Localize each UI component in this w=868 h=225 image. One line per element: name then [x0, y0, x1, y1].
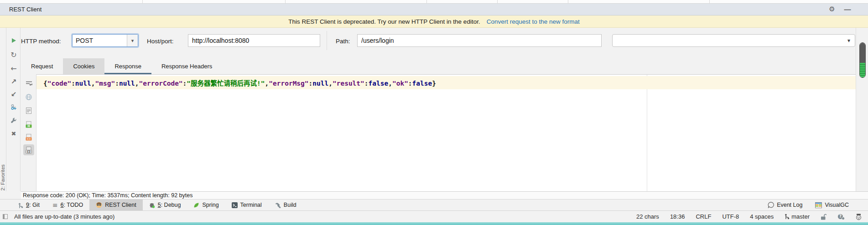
- favorites-rail: 2: Favorites ★: [0, 28, 6, 191]
- top-strip-separator: [497, 0, 498, 4]
- chevron-down-icon[interactable]: ▾: [127, 35, 138, 46]
- tool-window-bar: 9: Git ≡ 6: TODO REST Client 5: Debug Sp…: [0, 199, 868, 210]
- toolwindow-git[interactable]: 9: Git: [12, 199, 46, 210]
- status-message: All files are up-to-date (3 minutes ago): [14, 213, 114, 220]
- top-strip-separator: [285, 0, 286, 4]
- spring-leaf-icon: [193, 202, 199, 208]
- host-port-field-wrap: [188, 34, 320, 47]
- path-field-wrap: [357, 34, 602, 47]
- tab-response[interactable]: Response: [104, 58, 151, 74]
- request-bar-separator: [327, 31, 327, 50]
- response-meta-line: Response code: 200 (OK); Time: 3537ms; C…: [21, 191, 868, 199]
- status-line-ending[interactable]: CRLF: [696, 213, 711, 220]
- refresh-button[interactable]: ↻: [7, 50, 21, 61]
- response-editor[interactable]: {"code":null,"msg":null,"errorCode":"服务器…: [36, 74, 856, 191]
- response-json[interactable]: {"code":null,"msg":null,"errorCode":"服务器…: [43, 78, 436, 87]
- toolwindow-git-label: 9: Git: [26, 202, 40, 208]
- toolwindow-event-log[interactable]: Event Log: [761, 199, 809, 210]
- open-in-browser-button[interactable]: [23, 92, 34, 102]
- status-caret-position[interactable]: 18:36: [670, 213, 685, 220]
- toolwindow-rest-client-label: REST Client: [105, 202, 136, 208]
- status-encoding[interactable]: UTF-8: [722, 213, 739, 220]
- svg-text:<>: <>: [26, 137, 31, 140]
- top-strip-separator: [568, 0, 568, 4]
- svg-text:{}: {}: [27, 150, 31, 153]
- tool-window-header: REST Client ⚙ —: [0, 4, 868, 15]
- tab-request[interactable]: Request: [21, 58, 63, 74]
- http-method-label: HTTP method:: [21, 38, 61, 45]
- settings-wrench-button[interactable]: [7, 115, 21, 126]
- toolwindow-spring-label: Spring: [202, 202, 218, 208]
- status-indent[interactable]: 4 spaces: [750, 213, 774, 220]
- memory-indicator[interactable]: [859, 42, 866, 78]
- soft-wrap-button[interactable]: [23, 78, 34, 89]
- toolwindow-debug-label: 5: Debug: [158, 202, 181, 208]
- close-button[interactable]: ✖: [7, 128, 21, 139]
- lock-icon[interactable]: [821, 214, 826, 220]
- svg-text:H: H: [27, 124, 30, 128]
- status-chars[interactable]: 22 chars: [636, 213, 659, 220]
- request-history-combobox[interactable]: ▾: [612, 34, 855, 47]
- chevron-down-icon[interactable]: ▾: [843, 38, 855, 43]
- html-document-icon: H: [26, 121, 32, 128]
- toolwindow-build[interactable]: Build: [268, 199, 303, 210]
- toolwindow-terminal-label: Terminal: [240, 202, 262, 208]
- toolwindow-build-label: Build: [284, 202, 296, 208]
- memory-indicator-free: [860, 63, 865, 77]
- tab-response-headers[interactable]: Response Headers: [151, 58, 222, 74]
- build-hammer-icon: [275, 202, 281, 208]
- soft-wrap-icon: [26, 81, 32, 87]
- http-method-value: POST: [73, 37, 127, 44]
- run-request-button[interactable]: [7, 35, 21, 46]
- path-label: Path:: [336, 38, 350, 45]
- gentleman-profile-icon[interactable]: [856, 214, 862, 220]
- hide-tool-window-icon[interactable]: —: [842, 5, 853, 15]
- top-strip-separator: [142, 0, 143, 4]
- top-edge-strip: [0, 0, 868, 4]
- toolwindow-rest-client[interactable]: REST Client: [89, 199, 143, 210]
- toolwindow-visualgc[interactable]: VisualGC: [809, 199, 855, 210]
- tool-window-title: REST Client: [9, 6, 42, 13]
- branch-name: master: [791, 213, 810, 220]
- json-document-icon: {}: [26, 147, 32, 153]
- svg-text:?: ?: [839, 214, 842, 219]
- path-input[interactable]: [358, 37, 601, 44]
- toolwindow-debug[interactable]: 5: Debug: [143, 199, 187, 210]
- memory-indicator-used: [860, 43, 865, 63]
- host-port-input[interactable]: [188, 37, 320, 44]
- rest-client-icon: [96, 202, 102, 208]
- top-strip-separator: [426, 0, 427, 4]
- convert-request-link[interactable]: Convert request to the new format: [487, 18, 580, 25]
- top-strip-separator: [709, 0, 710, 4]
- view-as-xml-button[interactable]: <>: [23, 132, 34, 143]
- toolwindow-todo[interactable]: ≡ 6: TODO: [46, 199, 89, 210]
- favorites-rail-label[interactable]: 2: Favorites: [0, 164, 5, 190]
- authentication-keys-button[interactable]: [7, 102, 21, 112]
- tab-cookies[interactable]: Cookies: [63, 58, 104, 74]
- help-gear-icon[interactable]: ?: [837, 214, 845, 220]
- toolwindow-terminal[interactable]: Terminal: [225, 199, 268, 210]
- toolwindow-event-log-label: Event Log: [777, 202, 802, 208]
- import-request-button[interactable]: ↙: [7, 89, 21, 100]
- terminal-icon: [232, 202, 238, 208]
- toolwindow-spring[interactable]: Spring: [187, 199, 225, 210]
- toolwindow-todo-label: 6: TODO: [61, 202, 83, 208]
- event-log-balloon-icon: [768, 202, 774, 208]
- export-request-button[interactable]: ↗: [7, 76, 21, 87]
- response-view-toolbar: H <> {}: [21, 74, 36, 191]
- right-margin-guide: [647, 75, 647, 192]
- wrench-icon: [10, 118, 17, 124]
- view-as-html-button[interactable]: H: [23, 119, 34, 130]
- deprecation-banner: This REST Client is deprecated. Try our …: [0, 15, 868, 28]
- branch-icon: [785, 214, 790, 220]
- toolwindow-toggle-icon[interactable]: [3, 214, 8, 219]
- todo-list-icon: ≡: [52, 202, 58, 208]
- http-method-combobox[interactable]: POST ▾: [72, 34, 138, 47]
- view-as-json-button[interactable]: {}: [23, 144, 34, 155]
- rest-client-tabs: Request Cookies Response Response Header…: [21, 58, 222, 74]
- view-as-text-button[interactable]: [23, 105, 34, 116]
- back-button[interactable]: ←: [7, 63, 21, 74]
- current-line-highlight: {"code":null,"msg":null,"errorCode":"服务器…: [36, 76, 856, 89]
- status-git-branch[interactable]: master: [785, 213, 810, 220]
- settings-gear-icon[interactable]: ⚙: [826, 5, 838, 15]
